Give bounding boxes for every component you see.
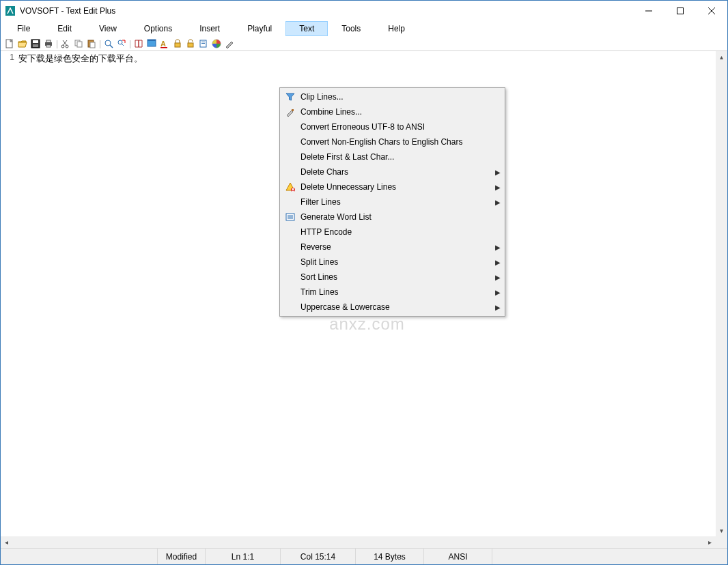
warn-icon bbox=[281, 182, 299, 192]
svg-line-23 bbox=[122, 44, 124, 46]
separator-icon: | bbox=[98, 38, 102, 50]
open-icon[interactable] bbox=[16, 38, 29, 50]
replace-icon[interactable] bbox=[115, 38, 128, 50]
menubar: File Edit View Options Insert Playful Te… bbox=[1, 21, 727, 36]
menu-insert[interactable]: Insert bbox=[186, 21, 234, 36]
menu-item-generate-word-list[interactable]: Generate Word List bbox=[281, 209, 503, 224]
minimize-button[interactable] bbox=[633, 1, 664, 21]
svg-rect-2 bbox=[677, 8, 684, 14]
horizontal-scrollbar[interactable]: ◂ ▸ bbox=[1, 536, 727, 548]
menu-file[interactable]: File bbox=[3, 21, 44, 36]
menu-item-delete-first-last-char[interactable]: Delete First & Last Char... bbox=[281, 149, 503, 164]
scroll-up-icon[interactable]: ▴ bbox=[716, 51, 727, 63]
svg-rect-37 bbox=[292, 191, 294, 192]
menu-item-trim-lines[interactable]: Trim Lines▶ bbox=[281, 285, 503, 300]
scroll-left-icon[interactable]: ◂ bbox=[1, 536, 12, 548]
color-icon[interactable] bbox=[210, 38, 223, 50]
fullscreen-icon[interactable] bbox=[145, 38, 158, 50]
maximize-button[interactable] bbox=[664, 1, 696, 21]
menu-item-label: Convert Erroneous UTF-8 to ANSI bbox=[299, 122, 503, 132]
font-icon[interactable]: A bbox=[158, 38, 171, 50]
statusbar: Modified Ln 1:1 Col 15:14 14 Bytes ANSI bbox=[1, 548, 727, 564]
menu-item-uppercase-lowercase[interactable]: Uppercase & Lowercase▶ bbox=[281, 300, 503, 315]
paste-icon[interactable] bbox=[85, 38, 98, 50]
scroll-track-h[interactable] bbox=[12, 536, 704, 548]
menu-tools[interactable]: Tools bbox=[328, 21, 374, 36]
find-icon[interactable] bbox=[102, 38, 115, 50]
unlock-icon[interactable] bbox=[184, 38, 197, 50]
menu-item-convert-non-english-chars-to-english-chars[interactable]: Convert Non-English Chars to English Cha… bbox=[281, 134, 503, 149]
submenu-arrow-icon: ▶ bbox=[492, 259, 503, 266]
scroll-down-icon[interactable]: ▾ bbox=[716, 525, 727, 536]
menu-item-combine-lines[interactable]: Combine Lines... bbox=[281, 104, 503, 119]
menu-help[interactable]: Help bbox=[374, 21, 419, 36]
menu-item-delete-unnecessary-lines[interactable]: Delete Unnecessary Lines▶ bbox=[281, 179, 503, 194]
menu-item-label: Combine Lines... bbox=[299, 107, 503, 117]
svg-rect-10 bbox=[46, 40, 51, 42]
menu-item-convert-erroneous-utf-8-to-ansi[interactable]: Convert Erroneous UTF-8 to ANSI bbox=[281, 119, 503, 134]
menu-playful[interactable]: Playful bbox=[234, 21, 285, 36]
submenu-arrow-icon: ▶ bbox=[492, 304, 503, 311]
svg-rect-36 bbox=[292, 188, 294, 190]
scroll-track[interactable] bbox=[716, 63, 727, 525]
submenu-arrow-icon: ▶ bbox=[492, 169, 503, 176]
menu-item-label: Delete Chars bbox=[299, 167, 492, 177]
submenu-arrow-icon: ▶ bbox=[492, 244, 503, 251]
menu-item-label: Filter Lines bbox=[299, 197, 492, 207]
svg-rect-7 bbox=[33, 40, 38, 43]
svg-rect-11 bbox=[46, 45, 51, 47]
menu-item-label: Trim Lines bbox=[299, 287, 492, 297]
vertical-scrollbar[interactable]: ▴ ▾ bbox=[716, 51, 727, 536]
menu-item-split-lines[interactable]: Split Lines▶ bbox=[281, 255, 503, 270]
status-ln: Ln 1:1 bbox=[206, 549, 281, 564]
lock-icon[interactable] bbox=[171, 38, 184, 50]
menu-options[interactable]: Options bbox=[130, 21, 186, 36]
menu-view[interactable]: View bbox=[85, 21, 130, 36]
submenu-arrow-icon: ▶ bbox=[492, 274, 503, 281]
bookmark-icon[interactable] bbox=[197, 38, 210, 50]
text-menu-dropdown: Clip Lines...Combine Lines...Convert Err… bbox=[279, 87, 505, 317]
menu-item-clip-lines[interactable]: Clip Lines... bbox=[281, 89, 503, 104]
status-col: Col 15:14 bbox=[281, 549, 356, 564]
svg-line-21 bbox=[110, 45, 113, 48]
brush-icon bbox=[281, 107, 299, 117]
menu-item-label: Split Lines bbox=[299, 257, 492, 267]
svg-rect-17 bbox=[77, 42, 82, 47]
new-icon[interactable] bbox=[3, 38, 16, 50]
app-window: VOVSOFT - Text Edit Plus File Edit View … bbox=[0, 0, 728, 565]
close-button[interactable] bbox=[696, 1, 727, 21]
svg-rect-34 bbox=[292, 109, 294, 111]
toolbar: | | | A bbox=[1, 36, 727, 51]
book-icon[interactable] bbox=[132, 38, 145, 50]
menu-item-label: Generate Word List bbox=[299, 212, 503, 222]
menu-item-label: Delete Unnecessary Lines bbox=[299, 182, 492, 192]
menu-text[interactable]: Text bbox=[285, 21, 328, 36]
menu-edit[interactable]: Edit bbox=[44, 21, 85, 36]
separator-icon: | bbox=[128, 38, 132, 50]
window-title: VOVSOFT - Text Edit Plus bbox=[20, 6, 633, 16]
cut-icon[interactable] bbox=[59, 38, 72, 50]
text-line[interactable]: 安下载是绿色安全的下载平台。 bbox=[18, 53, 716, 65]
menu-item-label: Convert Non-English Chars to English Cha… bbox=[299, 137, 503, 147]
titlebar: VOVSOFT - Text Edit Plus bbox=[1, 1, 727, 21]
menu-item-delete-chars[interactable]: Delete Chars▶ bbox=[281, 164, 503, 179]
watermark-sub: anxz.com bbox=[329, 314, 405, 332]
svg-rect-27 bbox=[160, 47, 167, 48]
separator-icon: | bbox=[55, 38, 59, 50]
status-bytes: 14 Bytes bbox=[356, 549, 424, 564]
menu-item-label: Uppercase & Lowercase bbox=[299, 302, 492, 312]
status-modified: Modified bbox=[158, 549, 206, 564]
menu-item-sort-lines[interactable]: Sort Lines▶ bbox=[281, 270, 503, 285]
extra-icon[interactable] bbox=[223, 38, 236, 50]
menu-item-label: Reverse bbox=[299, 242, 492, 252]
menu-item-reverse[interactable]: Reverse▶ bbox=[281, 240, 503, 255]
menu-item-filter-lines[interactable]: Filter Lines▶ bbox=[281, 194, 503, 209]
save-icon[interactable] bbox=[29, 38, 42, 50]
copy-icon[interactable] bbox=[72, 38, 85, 50]
menu-item-http-encode[interactable]: HTTP Encode bbox=[281, 224, 503, 240]
scroll-right-icon[interactable]: ▸ bbox=[704, 536, 716, 548]
status-encoding: ANSI bbox=[424, 549, 492, 564]
print-icon[interactable] bbox=[42, 38, 55, 50]
submenu-arrow-icon: ▶ bbox=[492, 199, 503, 206]
menu-item-label: HTTP Encode bbox=[299, 227, 503, 237]
